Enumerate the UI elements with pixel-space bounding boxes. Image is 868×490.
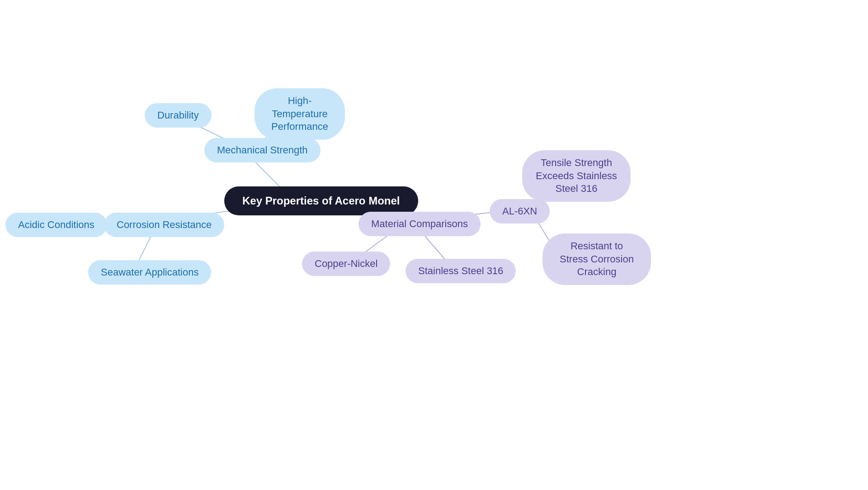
mechanical-strength-node[interactable]: Mechanical Strength	[204, 138, 321, 162]
high-temperature-node[interactable]: High-Temperature Performance	[255, 88, 345, 140]
tensile-strength-node[interactable]: Tensile Strength Exceeds Stainless Steel…	[522, 150, 631, 202]
durability-node[interactable]: Durability	[145, 103, 212, 128]
material-comparisons-node[interactable]: Material Comparisons	[359, 212, 481, 236]
al6xn-node[interactable]: AL-6XN	[490, 199, 550, 224]
corrosion-resistance-node[interactable]: Corrosion Resistance	[104, 213, 224, 237]
stainless-steel-node[interactable]: Stainless Steel 316	[406, 259, 516, 283]
copper-nickel-node[interactable]: Copper-Nickel	[302, 252, 390, 276]
root-node[interactable]: Key Properties of Acero Monel	[224, 186, 418, 215]
acidic-conditions-node[interactable]: Acidic Conditions	[5, 213, 107, 237]
stress-corrosion-node[interactable]: Resistant to Stress Corrosion Cracking	[542, 233, 651, 285]
seawater-applications-node[interactable]: Seawater Applications	[88, 260, 211, 285]
